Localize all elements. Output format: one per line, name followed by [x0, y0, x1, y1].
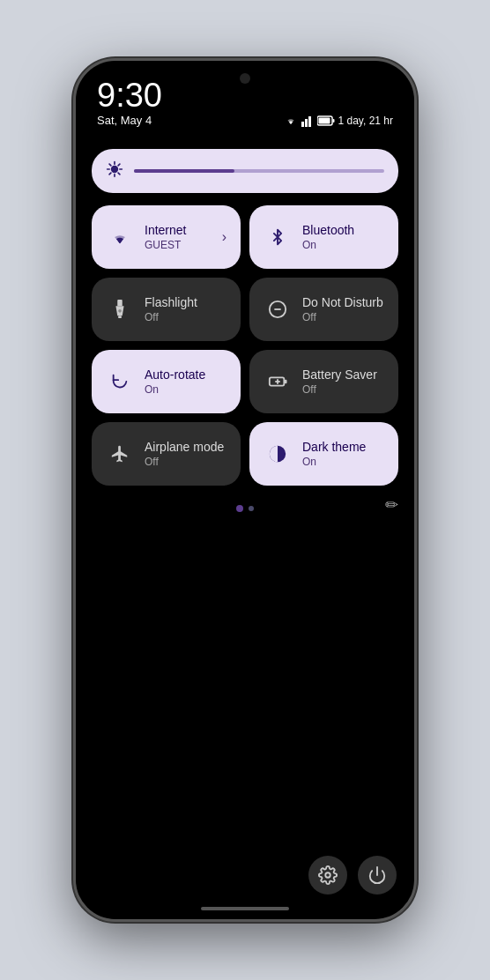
battery-saver-tile-title: Battery Saver	[302, 368, 384, 382]
tile-dnd[interactable]: Do Not Disturb Off	[249, 278, 398, 341]
svg-point-6	[111, 165, 118, 172]
wifi-status-icon	[284, 115, 298, 127]
tile-airplane-mode[interactable]: Airplane mode Off	[92, 422, 241, 486]
tile-auto-rotate[interactable]: Auto-rotate On	[92, 350, 241, 413]
svg-point-18	[118, 309, 122, 313]
dnd-icon	[264, 295, 292, 323]
auto-rotate-tile-subtitle: On	[145, 383, 226, 396]
svg-line-14	[118, 164, 120, 166]
power-button[interactable]	[358, 856, 397, 895]
internet-tile-text: Internet GUEST	[145, 223, 212, 252]
airplane-icon	[106, 440, 134, 468]
dnd-tile-subtitle: Off	[302, 311, 384, 323]
status-bar: 9:30 Sat, May 4	[76, 61, 414, 127]
flashlight-tile-title: Flashlight	[145, 295, 226, 310]
auto-rotate-tile-text: Auto-rotate On	[145, 368, 226, 397]
flashlight-tile-subtitle: Off	[145, 311, 226, 323]
brightness-slider[interactable]	[92, 149, 398, 193]
svg-rect-0	[301, 122, 304, 127]
battery-text: 1 day, 21 hr	[338, 115, 393, 127]
home-indicator[interactable]	[201, 907, 289, 910]
battery-saver-icon	[264, 368, 292, 396]
svg-rect-5	[332, 119, 334, 122]
svg-rect-4	[318, 117, 330, 123]
airplane-tile-text: Airplane mode Off	[145, 440, 226, 469]
dnd-tile-title: Do Not Disturb	[302, 295, 384, 310]
internet-tile-title: Internet	[145, 223, 212, 238]
brightness-icon	[106, 160, 123, 182]
tile-bluetooth[interactable]: Bluetooth On	[249, 205, 398, 269]
bluetooth-icon	[264, 223, 292, 251]
tile-dark-theme[interactable]: Dark theme On	[249, 422, 398, 486]
volume-up-button[interactable]	[73, 250, 75, 303]
dot-2	[249, 506, 254, 511]
dot-1	[236, 505, 243, 512]
dnd-tile-text: Do Not Disturb Off	[302, 295, 384, 324]
battery-status-icon	[317, 115, 335, 126]
flashlight-tile-text: Flashlight Off	[145, 295, 226, 324]
quick-settings-panel: Internet GUEST › Bluetooth On	[92, 149, 398, 849]
dark-theme-tile-text: Dark theme On	[302, 440, 384, 469]
bluetooth-tile-title: Bluetooth	[302, 223, 384, 238]
svg-rect-15	[117, 300, 122, 306]
rotate-icon	[106, 368, 134, 396]
battery-saver-tile-subtitle: Off	[302, 383, 384, 396]
camera-notch	[240, 73, 250, 84]
svg-line-12	[118, 173, 120, 174]
mute-button[interactable]	[73, 202, 75, 237]
internet-tile-subtitle: GUEST	[145, 239, 212, 251]
power-side-button[interactable]	[415, 237, 417, 290]
brightness-track[interactable]	[134, 169, 384, 173]
edit-icon[interactable]: ✏	[385, 495, 398, 515]
svg-rect-1	[305, 119, 308, 127]
svg-line-13	[109, 173, 111, 174]
airplane-tile-subtitle: Off	[145, 456, 226, 468]
bluetooth-tile-text: Bluetooth On	[302, 223, 384, 252]
dark-theme-tile-title: Dark theme	[302, 440, 384, 455]
dark-theme-tile-subtitle: On	[302, 456, 384, 468]
battery-saver-tile-text: Battery Saver Off	[302, 368, 384, 397]
airplane-tile-title: Airplane mode	[145, 440, 226, 455]
svg-point-26	[325, 872, 330, 878]
wifi-icon	[106, 223, 134, 251]
tiles-grid: Internet GUEST › Bluetooth On	[92, 205, 398, 486]
settings-button[interactable]	[308, 856, 347, 895]
tile-flashlight[interactable]: Flashlight Off	[92, 278, 241, 341]
dark-theme-icon	[264, 440, 292, 468]
flashlight-icon	[106, 295, 134, 323]
internet-arrow-icon: ›	[222, 229, 226, 245]
signal-icon	[301, 115, 314, 127]
tile-internet[interactable]: Internet GUEST ›	[92, 205, 241, 269]
svg-rect-2	[308, 116, 311, 127]
bluetooth-tile-subtitle: On	[302, 239, 384, 251]
auto-rotate-tile-title: Auto-rotate	[145, 368, 226, 382]
status-icons: 1 day, 21 hr	[284, 115, 393, 127]
phone-screen: 9:30 Sat, May 4	[76, 61, 414, 919]
tile-battery-saver[interactable]: Battery Saver Off	[249, 350, 398, 413]
svg-line-11	[109, 164, 111, 166]
phone-frame: 9:30 Sat, May 4	[73, 58, 417, 922]
date-display: Sat, May 4	[97, 114, 152, 127]
svg-rect-17	[118, 316, 122, 318]
brightness-fill	[134, 169, 234, 173]
bottom-buttons	[308, 856, 397, 895]
volume-down-button[interactable]	[73, 316, 75, 369]
page-dots	[236, 505, 254, 512]
